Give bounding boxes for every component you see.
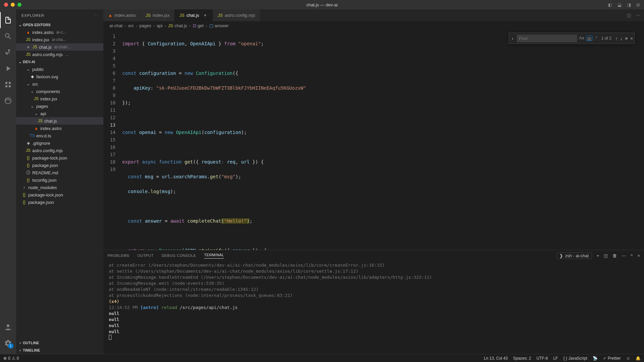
regex-icon[interactable]: .* bbox=[595, 36, 597, 41]
edge-activity[interactable] bbox=[0, 93, 16, 109]
panel-bottom-icon[interactable]: ⬓ bbox=[617, 2, 622, 7]
split-terminal-icon[interactable]: ◫ bbox=[604, 253, 608, 258]
settings-activity[interactable]: 1 bbox=[0, 335, 16, 351]
panel-more-icon[interactable]: ⋯ bbox=[622, 253, 626, 258]
file-item[interactable]: JSchat.js bbox=[16, 117, 103, 125]
terminal-line: at settle (/Users/stephan/Documents/dev-… bbox=[109, 268, 639, 274]
terminal-shell-select[interactable]: ❯ zsh - ai-chat bbox=[556, 253, 592, 259]
file-item[interactable]: ⓘREADME.md bbox=[16, 169, 103, 176]
status-go-live[interactable]: 📡 bbox=[593, 356, 598, 361]
file-item[interactable]: JSindex.jsx bbox=[16, 95, 103, 102]
file-item[interactable]: {}package.json bbox=[16, 198, 103, 206]
terminal-line: null bbox=[109, 317, 639, 323]
open-editor-item[interactable]: × JS chat.js ai-chat/... bbox=[16, 43, 103, 51]
more-actions-icon[interactable]: ⋯ bbox=[636, 13, 640, 18]
open-editor-item[interactable]: JS astro.config.mjs ... bbox=[16, 51, 103, 58]
tab-index-astro[interactable]: ▲ index.astro bbox=[103, 9, 141, 21]
find-next-icon[interactable]: ↓ bbox=[620, 36, 623, 41]
file-item[interactable]: {}package-lock.json bbox=[16, 191, 103, 198]
variable-icon: ▢ bbox=[209, 23, 213, 28]
breadcrumb-item[interactable]: ai-chat bbox=[109, 23, 123, 28]
breadcrumb-item[interactable]: answer bbox=[215, 23, 229, 28]
folder-item[interactable]: ⌄pages bbox=[16, 102, 103, 110]
panel-right-icon[interactable]: ◨ bbox=[627, 2, 631, 7]
find-input[interactable] bbox=[517, 35, 577, 42]
open-editors-section[interactable]: ⌄ OPEN EDITORS bbox=[16, 21, 103, 29]
maximize-window-button[interactable] bbox=[17, 3, 21, 7]
layout-icon[interactable]: ⊞ bbox=[636, 2, 640, 7]
kill-terminal-icon[interactable]: 🗑 bbox=[612, 253, 617, 258]
output-tab[interactable]: OUTPUT bbox=[137, 254, 153, 258]
timeline-section[interactable]: › TIMELINE bbox=[16, 347, 103, 354]
status-eol[interactable]: LF bbox=[553, 356, 558, 361]
status-position[interactable]: Ln 13, Col 43 bbox=[484, 356, 508, 361]
folder-item[interactable]: ⌄src bbox=[16, 80, 103, 88]
breadcrumbs[interactable]: ai-chat› src› pages› api› JS chat.js› ⊡ … bbox=[103, 21, 644, 30]
file-item[interactable]: {}tsconfig.json bbox=[16, 176, 103, 184]
debug-console-tab[interactable]: DEBUG CONSOLE bbox=[162, 254, 196, 258]
source-control-activity[interactable] bbox=[0, 44, 16, 60]
breadcrumb-item[interactable]: pages bbox=[139, 23, 151, 28]
new-terminal-icon[interactable]: + bbox=[597, 253, 599, 258]
file-item[interactable]: TSenv.d.ts bbox=[16, 132, 103, 139]
find-prev-icon[interactable]: ↑ bbox=[615, 36, 618, 41]
file-item[interactable]: ◈.gitignore bbox=[16, 139, 103, 147]
panel-left-icon[interactable]: ◧ bbox=[608, 2, 612, 7]
terminal-tab[interactable]: TERMINAL bbox=[204, 253, 224, 259]
file-item[interactable]: JSastro.config.mjs bbox=[16, 147, 103, 154]
find-toggle-replace-icon[interactable]: › bbox=[510, 36, 514, 41]
terminal-line: at IncomingMessage.emit (node:events:539… bbox=[109, 280, 639, 286]
open-editor-item[interactable]: ▲ index.astro ai-c... bbox=[16, 29, 103, 36]
open-editor-item[interactable]: JS index.jsx ai-cha... bbox=[16, 36, 103, 43]
breadcrumb-item[interactable]: api bbox=[157, 23, 163, 28]
file-path-dim: ai-cha... bbox=[52, 37, 66, 42]
split-editor-icon[interactable]: ◫ bbox=[627, 13, 631, 18]
maximize-panel-icon[interactable]: ^ bbox=[631, 253, 633, 258]
status-encoding[interactable]: UTF-8 bbox=[537, 356, 548, 361]
problems-tab[interactable]: PROBLEMS bbox=[107, 254, 129, 258]
status-bell[interactable]: 🔔 bbox=[636, 356, 641, 361]
folder-item[interactable]: ⌄components bbox=[16, 88, 103, 95]
file-name: chat.js bbox=[44, 119, 57, 124]
extensions-activity[interactable] bbox=[0, 77, 16, 93]
folder-item[interactable]: ›node_modules bbox=[16, 184, 103, 191]
accounts-activity[interactable] bbox=[0, 319, 16, 335]
close-panel-icon[interactable]: × bbox=[637, 253, 640, 258]
outline-section[interactable]: › OUTLINE bbox=[16, 339, 103, 347]
status-feedback[interactable]: ☺ bbox=[626, 356, 630, 361]
explorer-more-icon[interactable]: ⋯ bbox=[94, 13, 98, 17]
terminal-cursor bbox=[109, 335, 111, 340]
file-name: favicon.svg bbox=[36, 74, 58, 79]
close-icon[interactable]: × bbox=[26, 45, 31, 50]
match-word-icon[interactable]: ab bbox=[586, 36, 592, 41]
file-item[interactable]: {}package.json bbox=[16, 162, 103, 169]
code-content[interactable]: import { Configuration, OpenAIApi } from… bbox=[122, 30, 644, 250]
file-item[interactable]: ▲index.astro bbox=[16, 125, 103, 132]
terminal-output[interactable]: at createError (/Users/stephan/Documents… bbox=[103, 261, 644, 354]
close-icon[interactable]: × bbox=[202, 13, 208, 18]
breadcrumb-item[interactable]: get bbox=[198, 23, 204, 28]
find-close-icon[interactable]: × bbox=[630, 36, 633, 41]
folder-item[interactable]: ⌄public bbox=[16, 65, 103, 73]
folder-item[interactable]: ⌄api bbox=[16, 110, 103, 117]
tab-chat-js[interactable]: JS chat.js × bbox=[175, 9, 213, 21]
match-case-icon[interactable]: Aa bbox=[579, 36, 584, 41]
project-section[interactable]: ⌄ DEV-AI bbox=[16, 58, 103, 65]
close-window-button[interactable] bbox=[4, 3, 8, 7]
tab-index-jsx[interactable]: JS index.jsx bbox=[141, 9, 175, 21]
status-spaces[interactable]: Spaces: 2 bbox=[513, 356, 531, 361]
status-language[interactable]: { } JavaScript bbox=[563, 356, 587, 361]
tab-astro-config[interactable]: JS astro.config.mjs bbox=[213, 9, 260, 21]
find-selection-icon[interactable]: ≡ bbox=[625, 36, 628, 41]
status-errors[interactable]: ⊗0 ⚠0 bbox=[3, 356, 19, 361]
file-item[interactable]: ◆favicon.svg bbox=[16, 73, 103, 80]
search-activity[interactable] bbox=[0, 28, 16, 44]
breadcrumb-item[interactable]: src bbox=[128, 23, 134, 28]
minimize-window-button[interactable] bbox=[11, 3, 15, 7]
code-editor[interactable]: › Aa ab .* 1 of 2 ↑ ↓ ≡ × 123456 bbox=[103, 30, 644, 250]
file-item[interactable]: {}package-lock.json bbox=[16, 154, 103, 162]
status-prettier[interactable]: ✓ Prettier bbox=[603, 356, 621, 361]
run-debug-activity[interactable] bbox=[0, 60, 16, 77]
explorer-activity[interactable] bbox=[0, 12, 16, 28]
breadcrumb-item[interactable]: chat.js bbox=[175, 23, 187, 28]
